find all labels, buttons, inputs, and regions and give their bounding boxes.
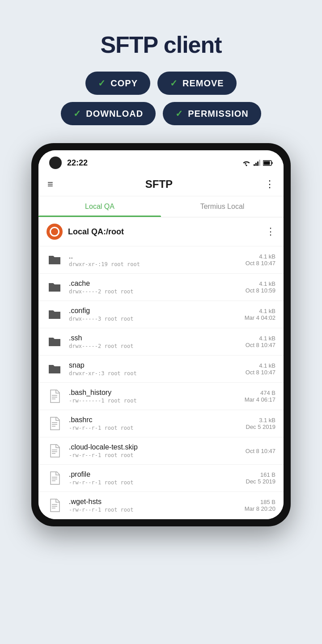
- badge-row-1: ✓ COPY ✓ REMOVE: [85, 72, 236, 95]
- list-item[interactable]: .bash_history -rw-------1 root root 474 …: [38, 383, 284, 410]
- file-info: .wget-hsts -rw-r--r-1 root root: [69, 498, 238, 513]
- list-item[interactable]: .wget-hsts -rw-r--r-1 root root 185 B Ma…: [38, 492, 284, 519]
- file-name: .config: [69, 307, 238, 315]
- check-icon-copy: ✓: [98, 78, 106, 89]
- list-item[interactable]: .bashrc -rw-r--r-1 root root 3.1 kB Dec …: [38, 410, 284, 437]
- list-item[interactable]: .config drwx-----3 root root 4.1 kB Mar …: [38, 301, 284, 328]
- camera-icon: [49, 157, 62, 169]
- file-info: .. drwxr-xr-:19 root root: [69, 252, 239, 267]
- ubuntu-inner-circle: [50, 227, 59, 237]
- badge-permission-label: PERMISSION: [188, 109, 249, 119]
- badge-download: ✓ DOWNLOAD: [61, 102, 156, 125]
- app-bar-title: SFTP: [145, 178, 173, 191]
- list-item[interactable]: .profile -rw-r--r-1 root root 161 B Dec …: [38, 465, 284, 492]
- directory-info: Local QA:/root: [47, 224, 124, 240]
- file-document-icon: [47, 470, 63, 486]
- badge-copy: ✓ COPY: [85, 72, 150, 95]
- file-info: .ssh drwx-----2 root root: [69, 334, 239, 349]
- tab-termius-local[interactable]: Termius Local: [161, 196, 284, 217]
- file-meta: -rw-r--r-1 root root: [69, 507, 238, 513]
- list-item[interactable]: .. drwxr-xr-:19 root root 4.1 kB Oct 8 1…: [38, 246, 284, 274]
- file-size: 4.1 kB: [246, 335, 275, 342]
- file-date: Oct 8 10:47: [246, 448, 275, 454]
- file-size: 161 B: [246, 471, 276, 478]
- svg-point-0: [246, 165, 247, 166]
- file-size: 4.1 kB: [246, 280, 275, 287]
- file-meta: -rw-------1 root root: [69, 398, 238, 404]
- badge-remove-label: REMOVE: [182, 78, 224, 89]
- file-info: .bash_history -rw-------1 root root: [69, 389, 238, 404]
- svg-rect-3: [264, 161, 270, 165]
- file-size: 474 B: [245, 390, 275, 396]
- phone-wrapper: 22:22: [22, 143, 300, 644]
- folder-icon: [47, 334, 63, 350]
- status-time: 22:22: [67, 158, 88, 168]
- file-date: Mar 4 06:17: [245, 396, 275, 403]
- list-item[interactable]: .cloud-locale-test.skip -rw-r--r-1 root …: [38, 437, 284, 465]
- status-bar: 22:22: [38, 150, 284, 173]
- file-size: 185 B: [245, 499, 275, 505]
- list-item[interactable]: snap drwxr-xr-:3 root root 4.1 kB Oct 8 …: [38, 356, 284, 383]
- file-details: 4.1 kB Oct 8 10:59: [246, 280, 275, 294]
- directory-more-icon[interactable]: ⋮: [266, 226, 275, 237]
- file-list: .. drwxr-xr-:19 root root 4.1 kB Oct 8 1…: [38, 246, 284, 519]
- file-info: .profile -rw-r--r-1 root root: [69, 470, 240, 486]
- app-title: SFTP client: [100, 31, 221, 58]
- file-document-icon: [47, 443, 63, 459]
- file-details: 4.1 kB Oct 8 10:47: [246, 362, 275, 376]
- header-section: SFTP client ✓ COPY ✓ REMOVE ✓ DOWNLOAD ✓…: [0, 0, 322, 143]
- hamburger-menu-icon[interactable]: ≡: [47, 178, 53, 190]
- file-info: snap drwxr-xr-:3 root root: [69, 361, 239, 377]
- file-meta: drwxr-xr-:19 root root: [69, 261, 239, 267]
- file-info: .cache drwx-----2 root root: [69, 280, 239, 295]
- file-date: Dec 5 2019: [246, 424, 276, 430]
- file-details: 4.1 kB Mar 4 04:02: [245, 308, 275, 321]
- file-meta: drwxr-xr-:3 root root: [69, 370, 239, 377]
- file-name: ..: [69, 252, 239, 260]
- phone-screen: 22:22: [38, 150, 284, 519]
- badge-copy-label: COPY: [110, 78, 138, 89]
- file-meta: drwx-----2 root root: [69, 343, 239, 349]
- file-name: .profile: [69, 470, 240, 479]
- file-name: .bash_history: [69, 389, 238, 397]
- file-date: Oct 8 10:47: [246, 260, 275, 267]
- list-item[interactable]: .cache drwx-----2 root root 4.1 kB Oct 8…: [38, 274, 284, 301]
- phone-mockup: 22:22: [31, 143, 291, 526]
- ubuntu-icon: [47, 224, 63, 240]
- check-icon-remove: ✓: [170, 78, 178, 89]
- badge-permission: ✓ PERMISSION: [163, 102, 261, 125]
- file-name: .cloud-locale-test.skip: [69, 443, 239, 451]
- file-details: 4.1 kB Oct 8 10:47: [246, 335, 275, 348]
- app-bar: ≡ SFTP ⋮: [38, 173, 284, 196]
- tab-local-qa[interactable]: Local QA: [38, 196, 161, 217]
- tab-bar: Local QA Termius Local: [38, 196, 284, 217]
- badge-row-2: ✓ DOWNLOAD ✓ PERMISSION: [61, 102, 261, 125]
- file-meta: -rw-r--r-1 root root: [69, 452, 239, 458]
- directory-header: Local QA:/root ⋮: [38, 217, 284, 246]
- file-name: .cache: [69, 280, 239, 288]
- file-meta: drwx-----2 root root: [69, 288, 239, 295]
- file-details: 161 B Dec 5 2019: [246, 471, 276, 485]
- check-icon-download: ✓: [73, 108, 81, 119]
- status-icons: [242, 159, 273, 166]
- file-details: Oct 8 10:47: [246, 448, 275, 454]
- badge-download-label: DOWNLOAD: [86, 109, 143, 119]
- tab-local-qa-label: Local QA: [85, 203, 114, 210]
- file-name: snap: [69, 361, 239, 369]
- badge-remove: ✓ REMOVE: [157, 72, 237, 95]
- file-document-icon: [47, 415, 63, 432]
- overflow-menu-icon[interactable]: ⋮: [265, 178, 275, 190]
- file-date: Oct 8 10:59: [246, 287, 275, 294]
- feature-badges: ✓ COPY ✓ REMOVE ✓ DOWNLOAD ✓ PERMISSION: [61, 72, 261, 125]
- file-name: .ssh: [69, 334, 239, 342]
- directory-name: Local QA:/root: [68, 227, 124, 237]
- file-date: Oct 8 10:47: [246, 369, 275, 376]
- file-size: 4.1 kB: [246, 253, 275, 260]
- file-info: .cloud-locale-test.skip -rw-r--r-1 root …: [69, 443, 239, 458]
- file-date: Dec 5 2019: [246, 478, 276, 485]
- svg-rect-2: [272, 162, 273, 164]
- file-meta: -rw-r--r-1 root root: [69, 425, 240, 431]
- file-date: Oct 8 10:47: [246, 342, 275, 348]
- list-item[interactable]: .ssh drwx-----2 root root 4.1 kB Oct 8 1…: [38, 328, 284, 356]
- file-size: 4.1 kB: [245, 308, 275, 314]
